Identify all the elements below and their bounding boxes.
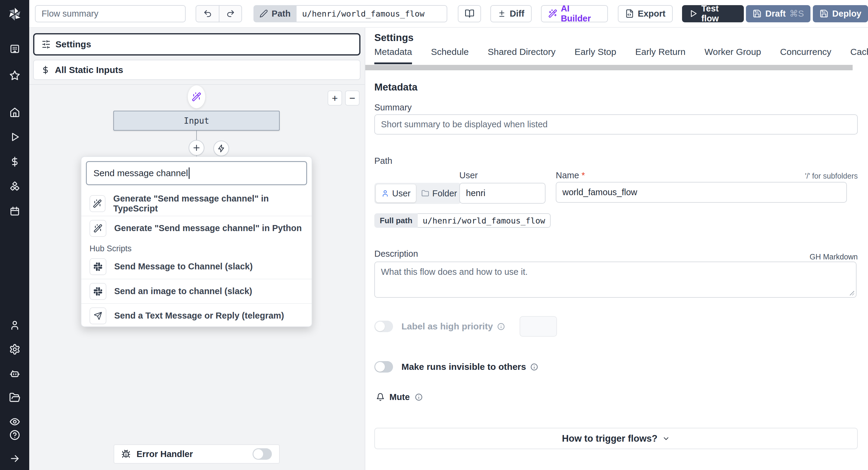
zoom-in-button[interactable]: + [328,90,342,106]
add-step-button[interactable] [189,140,204,156]
zap-icon [217,144,225,153]
audit-icon[interactable] [8,415,22,429]
tab-worker-group[interactable]: Worker Group [704,47,761,64]
redo-icon [226,9,235,18]
undo-button[interactable] [196,6,219,22]
owner-kind-folder[interactable]: Folder [416,184,462,202]
add-trigger-button[interactable] [213,141,229,156]
diff-button[interactable]: Diff [490,5,531,22]
zoom-out-button[interactable]: − [345,90,360,106]
summary-placeholder: Short summary to be displayed when liste… [381,119,548,129]
path-badge-label: Path [272,9,290,19]
settings-tabs: Metadata Schedule Shared Directory Early… [374,47,868,64]
workspace-icon[interactable] [8,42,22,56]
variables-icon[interactable] [8,155,22,168]
home-icon[interactable] [8,106,22,119]
settings-icon[interactable] [8,343,22,356]
tab-metadata[interactable]: Metadata [374,47,412,64]
favorites-icon[interactable] [8,69,22,82]
description-placeholder: What this flow does and how to use it. [381,267,528,277]
step-search-value: Send message channel [93,168,188,178]
topbar: Flow summary Path u/henri/world_famous_f… [29,0,868,28]
users-icon[interactable] [8,319,22,332]
tab-early-stop[interactable]: Early Stop [575,47,616,64]
help-icon[interactable] [8,429,22,442]
folder-icon [421,189,429,197]
generate-python-item[interactable]: Generate "Send message channel" in Pytho… [82,216,312,240]
chevron-down-icon [662,435,670,443]
path-input[interactable]: u/henri/world_famous_flow [297,5,447,22]
save-icon [752,9,762,18]
how-to-trigger-button[interactable]: How to trigger flows? [374,428,858,449]
runs-icon[interactable] [8,130,22,144]
draft-label: Draft [765,9,786,19]
folders-icon[interactable] [8,391,22,404]
expand-icon[interactable] [8,452,22,465]
test-flow-button[interactable]: Test flow [682,5,744,22]
metadata-heading: Metadata [374,82,417,93]
mute-label: Mute [390,392,410,402]
draft-button[interactable]: Draft ⌘S [746,5,810,22]
ai-builder-label: AI Builder [561,4,601,24]
flow-graph-panel: Settings All Static Inputs + − Input Sen… [29,28,365,470]
export-label: Export [638,9,665,19]
owner-kind-user[interactable]: User [376,184,416,202]
wand-sparkles-icon [548,9,557,18]
tabs-scrollbar[interactable] [365,65,852,70]
hub-script-item-slack-image[interactable]: Send an image to channel (slack) [82,279,312,303]
path-user-input[interactable]: henri [459,183,546,204]
ai-flow-builder-bubble[interactable] [188,85,205,108]
full-path-row: Full path u/henri/world_famous_flow [374,213,551,228]
export-button[interactable]: Export [618,5,673,22]
invisible-runs-toggle[interactable] [374,361,393,373]
hub-script-item-telegram[interactable]: Send a Text Message or Reply (telegram) [82,303,312,327]
tab-cache[interactable]: Cache [850,47,868,64]
diff-icon [498,9,506,18]
tab-early-return[interactable]: Early Return [635,47,686,64]
undo-icon [203,9,212,18]
description-textarea[interactable]: What this flow does and how to use it. [374,262,857,298]
flow-summary-input[interactable]: Flow summary [35,5,186,22]
subfolders-hint: '/' for subfolders [805,172,858,180]
slack-icon [90,283,106,300]
input-node[interactable]: Input [113,111,280,130]
hub-scripts-section-label: Hub Scripts [82,240,312,254]
dropdown-item-label: Send a Text Message or Reply (telegram) [114,311,284,321]
generate-typescript-item[interactable]: Generate "Send message channel" in TypeS… [82,191,312,216]
ai-builder-button[interactable]: AI Builder [541,5,608,22]
error-handler-toggle[interactable] [253,448,272,460]
tab-schedule[interactable]: Schedule [431,47,469,64]
pencil-icon [259,9,268,18]
redo-button[interactable] [219,6,241,22]
error-handler-node[interactable]: Error Handler [114,444,280,464]
high-priority-tag-input[interactable] [520,316,557,337]
step-picker-dropdown: Send message channel Generate "Send mess… [81,156,312,327]
all-static-inputs-card[interactable]: All Static Inputs [33,60,361,80]
dropdown-item-label: Generate "Send message channel" in TypeS… [113,194,304,213]
how-to-trigger-label: How to trigger flows? [562,433,658,444]
zoom-in-glyph: + [332,92,338,104]
docs-button[interactable] [458,5,481,22]
hub-script-item-slack-message[interactable]: Send Message to Channel (slack) [82,254,312,279]
step-search-input[interactable]: Send message channel [86,161,307,185]
deploy-button[interactable]: Deploy [813,5,868,22]
resize-grip[interactable] [849,290,854,295]
flow-settings-card[interactable]: Settings [33,33,361,56]
high-priority-toggle[interactable] [374,321,393,332]
tab-shared-directory[interactable]: Shared Directory [488,47,555,64]
wand-icon [90,195,105,212]
path-name-input[interactable]: world_famous_flow [556,182,847,203]
schedules-icon[interactable] [8,205,22,218]
summary-input[interactable]: Short summary to be displayed when liste… [374,114,858,135]
resources-icon[interactable] [8,180,22,193]
save-icon [819,9,829,18]
flow-settings-label: Settings [56,39,91,50]
path-badge[interactable]: Path [253,5,297,22]
text-caret [189,168,190,179]
full-path-label: Full path [374,213,418,228]
tab-concurrency[interactable]: Concurrency [780,47,831,64]
name-column-label: Name * [556,171,585,180]
windmill-logo[interactable] [7,6,23,22]
bug-icon [121,449,130,459]
workers-icon[interactable] [8,367,22,380]
